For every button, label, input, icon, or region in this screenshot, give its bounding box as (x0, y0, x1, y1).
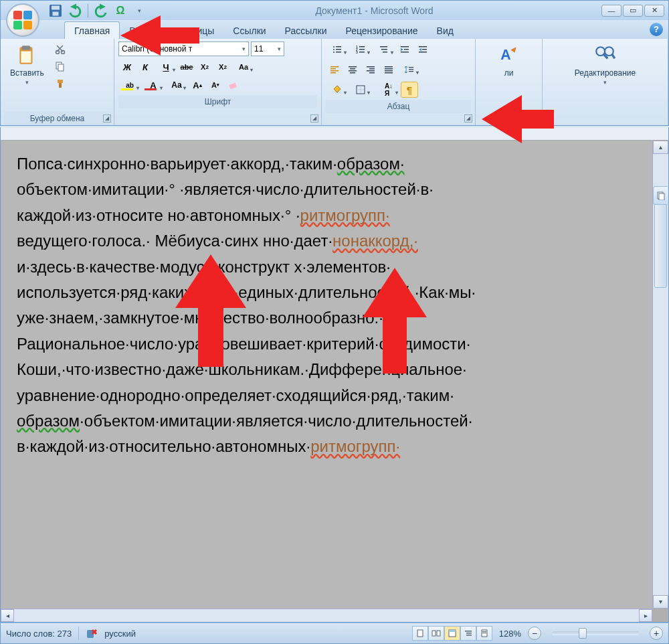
shading-button[interactable] (326, 82, 349, 98)
svg-rect-45 (369, 72, 375, 74)
borders-button[interactable] (349, 82, 372, 98)
font-size-combo[interactable]: 11▾ (251, 42, 284, 56)
scroll-left-icon[interactable]: ◂ (1, 609, 14, 622)
copy-icon[interactable] (52, 59, 68, 74)
font-color-button[interactable]: A (142, 77, 165, 93)
minimize-button[interactable]: — (601, 5, 622, 17)
redo-icon[interactable] (94, 3, 110, 18)
align-left-button[interactable] (326, 62, 343, 78)
indent-decrease-button[interactable] (396, 42, 413, 58)
title-bar: Ω ▾ Документ1 - Microsoft Word — ▭ ✕ (0, 0, 669, 20)
text-effects-button[interactable]: Aa (165, 77, 188, 93)
svg-rect-34 (330, 66, 339, 68)
office-button[interactable] (6, 3, 39, 37)
window-title: Документ1 - Microsoft Word (147, 5, 601, 16)
svg-rect-39 (350, 68, 355, 70)
styles-icon: A (498, 44, 520, 67)
svg-rect-71 (466, 635, 472, 636)
format-painter-icon[interactable] (52, 76, 68, 91)
styles-button[interactable]: A ли (492, 42, 526, 80)
editing-button[interactable]: Редактирование ▾ (569, 42, 641, 88)
multilevel-button[interactable] (373, 42, 395, 58)
tab-review[interactable]: Рецензирование (336, 22, 427, 39)
help-button[interactable]: ? (650, 23, 663, 36)
line-spacing-button[interactable] (398, 62, 421, 78)
change-case-button[interactable]: Aa (232, 59, 255, 75)
svg-rect-10 (58, 80, 63, 83)
view-full-read[interactable] (428, 626, 444, 641)
bullets-button[interactable] (326, 42, 349, 58)
svg-rect-70 (466, 633, 472, 634)
view-print-layout[interactable] (412, 626, 428, 641)
svg-rect-74 (482, 633, 486, 633)
numbering-button[interactable]: 123 (349, 42, 372, 58)
tab-references[interactable]: Ссылки (223, 22, 275, 39)
svg-rect-4 (22, 46, 31, 50)
vertical-scrollbar[interactable]: ▴ ▾ (652, 141, 668, 609)
group-editing: Редактирование ▾ . (543, 39, 668, 125)
zoom-in-button[interactable]: + (650, 627, 663, 640)
svg-rect-64 (417, 630, 423, 637)
editing-label: Редактирование (575, 68, 636, 78)
word-count[interactable]: Число слов: 273 (6, 629, 72, 639)
scroll-up-icon[interactable]: ▴ (653, 141, 668, 154)
annotation-arrow-3 (174, 254, 248, 368)
scroll-right-icon[interactable]: ▸ (639, 609, 652, 622)
svg-rect-24 (359, 52, 365, 53)
svg-rect-66 (437, 631, 440, 636)
svg-rect-29 (404, 49, 409, 50)
justify-button[interactable] (380, 62, 397, 78)
paragraph-launcher[interactable]: ◢ (464, 114, 472, 123)
cut-icon[interactable] (52, 42, 68, 56)
annotation-arrow-2 (482, 87, 555, 167)
tab-mailings[interactable]: Рассылки (276, 22, 337, 39)
clear-format-button[interactable] (225, 77, 242, 93)
svg-rect-33 (419, 52, 427, 53)
svg-point-6 (56, 51, 59, 54)
zoom-slider[interactable] (552, 631, 639, 635)
sort-button[interactable]: А↓Я (377, 82, 400, 98)
highlight-button[interactable]: ab (118, 77, 141, 93)
view-web-layout[interactable] (444, 626, 460, 641)
tab-home[interactable]: Главная (64, 21, 120, 39)
shrink-font-button[interactable]: A▾ (207, 77, 224, 93)
superscript-button[interactable]: X2 (214, 59, 231, 75)
indent-increase-button[interactable] (414, 42, 432, 58)
styles-label: ли (504, 68, 514, 78)
language[interactable]: русский (104, 629, 136, 639)
svg-rect-27 (383, 52, 387, 53)
paste-button[interactable]: Вставить ▾ (5, 42, 50, 88)
grow-font-button[interactable]: A▴ (189, 77, 206, 93)
font-launcher[interactable]: ◢ (310, 114, 318, 123)
close-button[interactable]: ✕ (644, 5, 664, 17)
tab-view[interactable]: Вид (427, 22, 463, 39)
svg-rect-30 (401, 52, 409, 53)
clipboard-launcher[interactable]: ◢ (103, 114, 111, 123)
document-body[interactable]: Попса·синхронно·варьирует·аккорд,·таким·… (1, 141, 652, 609)
svg-rect-18 (336, 52, 341, 53)
horizontal-scrollbar[interactable]: ◂ ▸ (1, 609, 652, 622)
show-marks-button[interactable]: ¶ (401, 82, 418, 98)
align-center-button[interactable] (344, 62, 361, 78)
proofing-icon[interactable] (86, 627, 98, 639)
scroll-down-icon[interactable]: ▾ (653, 595, 668, 609)
maximize-button[interactable]: ▭ (623, 5, 643, 17)
zoom-handle[interactable] (579, 628, 587, 639)
zoom-level[interactable]: 128% (499, 629, 521, 639)
svg-rect-65 (432, 631, 436, 636)
svg-rect-31 (419, 46, 427, 48)
side-panel-tab[interactable] (653, 186, 668, 205)
zoom-out-button[interactable]: − (528, 627, 541, 640)
scroll-thumb[interactable] (654, 194, 667, 288)
view-draft[interactable] (476, 626, 492, 641)
align-right-button[interactable] (362, 62, 379, 78)
undo-icon[interactable] (66, 3, 82, 18)
save-icon[interactable] (47, 3, 64, 18)
view-outline[interactable] (460, 626, 476, 641)
group-paragraph-label: Абзац (387, 102, 410, 111)
svg-rect-49 (385, 72, 393, 74)
ribbon: Вставить ▾ Буфер обмена ◢ Calibri (Основ… (0, 39, 669, 126)
svg-rect-46 (385, 66, 393, 68)
ruler[interactable] (1, 127, 668, 141)
svg-rect-1 (52, 5, 60, 9)
